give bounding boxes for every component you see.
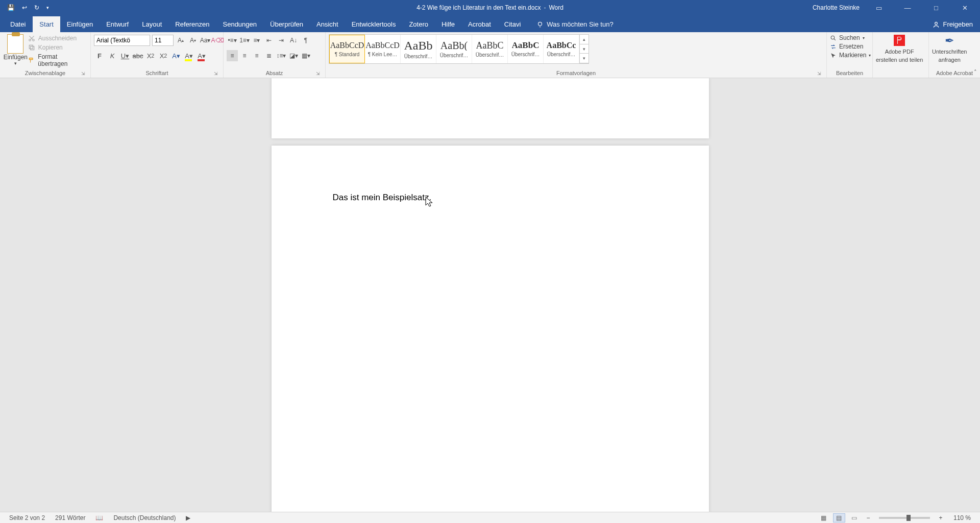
tell-me-search[interactable]: Was möchten Sie tun? [531, 16, 618, 32]
user-name[interactable]: Charlotte Steinke [813, 4, 860, 11]
request-signatures-button[interactable]: ✒ Unterschriften anfragen [932, 33, 967, 63]
font-color-button[interactable]: A▾ [196, 50, 207, 61]
collapse-ribbon-icon[interactable]: ˄ [974, 69, 977, 76]
font-size-input[interactable] [152, 35, 174, 46]
share-icon [933, 21, 940, 28]
find-button[interactable]: Suchen▾ [830, 34, 871, 41]
tab-acrobat[interactable]: Acrobat [461, 16, 498, 32]
status-proofing-icon[interactable]: 📖 [90, 514, 108, 521]
zoom-level[interactable]: 110 % [948, 514, 976, 521]
decrease-indent-button[interactable]: ⇤ [263, 35, 275, 46]
ribbon-display-options-icon[interactable]: ▭ [870, 4, 888, 12]
save-icon[interactable]: 💾 [7, 4, 15, 11]
shading-button[interactable]: ◪▾ [288, 50, 299, 61]
style-ueberschrift-3[interactable]: AaBbCÜberschrif… [472, 35, 508, 63]
numbering-button[interactable]: 1≡▾ [239, 35, 250, 46]
gallery-expand-icon[interactable]: ▾ [580, 54, 589, 63]
bullets-button[interactable]: •≡▾ [227, 35, 238, 46]
style-ueberschrift-1[interactable]: AaBbÜberschrif… [401, 35, 436, 63]
clipboard-launcher-icon[interactable]: ⇲ [81, 71, 85, 76]
status-page[interactable]: Seite 2 von 2 [4, 514, 50, 521]
line-spacing-button[interactable]: ↕≡▾ [276, 50, 287, 61]
gallery-scroll-up-icon[interactable]: ▴ [580, 35, 589, 44]
status-word-count[interactable]: 291 Wörter [50, 514, 90, 521]
format-painter-button[interactable]: Format übertragen [28, 53, 87, 67]
tab-zotero[interactable]: Zotero [402, 16, 435, 32]
tab-hilfe[interactable]: Hilfe [435, 16, 461, 32]
tab-citavi[interactable]: Citavi [498, 16, 528, 32]
paragraph-launcher-icon[interactable]: ⇲ [316, 71, 320, 76]
align-left-button[interactable]: ≡ [227, 50, 238, 61]
search-icon [830, 35, 837, 41]
show-marks-button[interactable]: ¶ [300, 35, 311, 46]
document-area[interactable]: Das ist mein Beispielsatz. [0, 78, 980, 512]
redo-icon[interactable]: ↻ [34, 4, 39, 11]
tab-sendungen[interactable]: Sendungen [216, 16, 264, 32]
style-ueberschrift-5[interactable]: AaBbCcÜberschrif… [544, 35, 579, 63]
grow-font-button[interactable]: A▴ [176, 35, 186, 46]
bold-button[interactable]: F [94, 50, 105, 61]
shrink-font-button[interactable]: A▾ [188, 35, 198, 46]
highlight-button[interactable]: A▾ [183, 50, 194, 61]
tab-referenzen[interactable]: Referenzen [168, 16, 216, 32]
multilevel-list-button[interactable]: ≡▾ [251, 35, 262, 46]
minimize-icon[interactable]: — [898, 4, 917, 12]
view-web-layout-button[interactable]: ▭ [848, 513, 861, 522]
font-name-input[interactable] [94, 35, 150, 46]
style-ueberschrift-4[interactable]: AaBbCÜberschrif… [508, 35, 544, 63]
share-button[interactable]: Freigeben [925, 16, 980, 32]
maximize-icon[interactable]: □ [927, 4, 945, 12]
zoom-out-button[interactable]: − [864, 514, 873, 521]
italic-button[interactable]: K [107, 50, 118, 61]
view-print-layout-button[interactable]: ▤ [833, 513, 845, 522]
gallery-scroll-down-icon[interactable]: ▾ [580, 44, 589, 54]
select-button[interactable]: Markieren▾ [830, 52, 871, 59]
create-pdf-button[interactable]: 🅿 Adobe PDF erstellen und teilen [876, 33, 923, 63]
zoom-in-button[interactable]: + [936, 514, 945, 521]
style-kein-leerraum[interactable]: AaBbCcD¶ Kein Lee… [365, 35, 401, 63]
lightbulb-icon [536, 21, 544, 28]
borders-button[interactable]: ▦▾ [300, 50, 311, 61]
replace-button[interactable]: Ersetzen [830, 43, 871, 50]
page-previous[interactable] [272, 78, 709, 138]
paste-button[interactable]: Einfügen ▾ [3, 33, 28, 66]
subscript-button[interactable]: X2 [145, 50, 156, 61]
style-ueberschrift-2[interactable]: AaBb(Überschrif… [436, 35, 472, 63]
svg-point-6 [831, 36, 835, 39]
tab-ansicht[interactable]: Ansicht [310, 16, 345, 32]
sort-button[interactable]: A↓ [288, 35, 299, 46]
underline-button[interactable]: U▾ [119, 50, 131, 61]
text-effects-button[interactable]: A▾ [170, 50, 182, 61]
close-icon[interactable]: ✕ [955, 4, 974, 12]
tab-entwicklertools[interactable]: Entwicklertools [345, 16, 403, 32]
tab-layout[interactable]: Layout [135, 16, 168, 32]
increase-indent-button[interactable]: ⇥ [276, 35, 287, 46]
tab-ueberpruefen[interactable]: Überprüfen [263, 16, 310, 32]
superscript-button[interactable]: X2 [158, 50, 169, 61]
tab-start[interactable]: Start [33, 16, 60, 32]
styles-launcher-icon[interactable]: ⇲ [817, 71, 821, 76]
cut-button[interactable]: Ausschneiden [28, 35, 87, 42]
zoom-slider-thumb[interactable] [906, 515, 911, 521]
style-standard[interactable]: AaBbCcD¶ Standard [329, 35, 365, 63]
strikethrough-button[interactable]: abc [132, 50, 143, 61]
zoom-slider[interactable] [879, 517, 930, 519]
justify-button[interactable]: ≣ [263, 50, 275, 61]
clear-formatting-button[interactable]: A⌫ [212, 35, 223, 46]
change-case-button[interactable]: Aa▾ [200, 35, 210, 46]
align-center-button[interactable]: ≡ [239, 50, 250, 61]
status-language[interactable]: Deutsch (Deutschland) [108, 514, 181, 521]
align-right-button[interactable]: ≡ [251, 50, 262, 61]
tab-einfuegen[interactable]: Einfügen [60, 16, 100, 32]
qat-customize-icon[interactable]: ▾ [46, 5, 49, 10]
tab-file[interactable]: Datei [3, 16, 33, 32]
group-editing: Suchen▾ Ersetzen Markieren▾ Bearbeiten [827, 32, 873, 78]
font-launcher-icon[interactable]: ⇲ [214, 71, 218, 76]
view-read-mode-button[interactable]: ▦ [818, 513, 830, 522]
tab-entwurf[interactable]: Entwurf [100, 16, 135, 32]
undo-icon[interactable]: ↩ [22, 4, 27, 11]
page-current[interactable]: Das ist mein Beispielsatz. [272, 146, 709, 512]
status-macro-icon[interactable]: ▶ [181, 514, 195, 521]
copy-button[interactable]: Kopieren [28, 44, 87, 51]
document-body-text[interactable]: Das ist mein Beispielsatz. [333, 193, 432, 202]
